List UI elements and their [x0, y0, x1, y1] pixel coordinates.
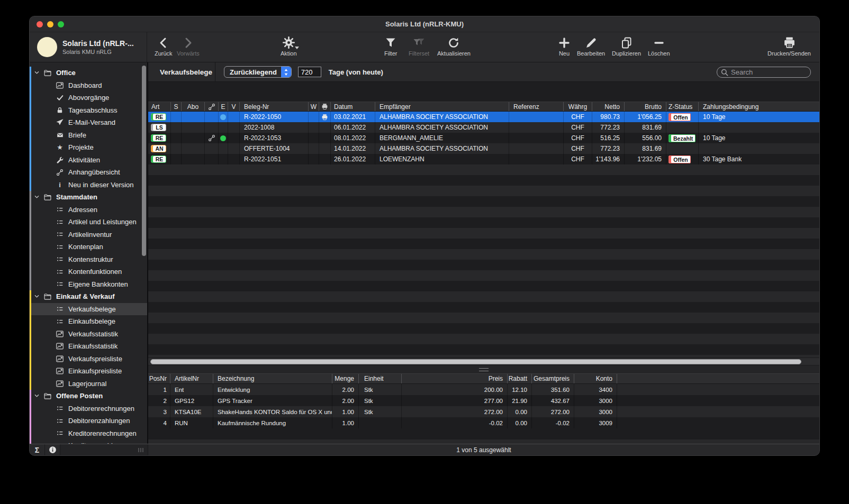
sidebar-item[interactable]: Kreditorenzahlungen [30, 439, 147, 444]
sidebar-item[interactable]: Einkaufsbelege [30, 315, 147, 328]
sidebar-item[interactable]: Aktivitäten [30, 154, 147, 167]
pos-column-header[interactable]: PosNr [148, 374, 170, 383]
doc-column-header[interactable]: Z-Status [666, 102, 699, 111]
range-select[interactable]: Zurückliegend [224, 66, 292, 78]
resize-grip-icon[interactable] [137, 447, 144, 453]
minus-icon [653, 35, 665, 50]
account-subtitle: Solaris KMU nRLG [62, 49, 134, 55]
sidebar-item[interactable]: Einkaufspreisliste [30, 365, 147, 378]
close-button[interactable] [37, 21, 43, 28]
print-send-button[interactable]: Drucken/Senden [767, 35, 811, 57]
sidebar-section-header[interactable]: Office [30, 67, 147, 79]
sidebar-item[interactable]: Tagesabschluss [30, 104, 147, 117]
doc-row[interactable]: RER-2022-105126.01.2022LOEWENZAHNCHF1'14… [148, 154, 819, 164]
sidebar-item[interactable]: iNeu in dieser Version [30, 179, 147, 191]
sidebar-item[interactable]: Artikelinventur [30, 228, 147, 241]
pos-column-header[interactable] [617, 374, 819, 383]
doc-column-header[interactable]: W [309, 102, 319, 111]
doc-column-header[interactable]: Netto [592, 102, 625, 111]
delete-button[interactable]: Löschen [648, 35, 670, 57]
doc-column-header[interactable] [319, 102, 331, 111]
pos-column-header[interactable]: Bezeichnung [213, 374, 332, 383]
sidebar-item[interactable]: Anhangübersicht [30, 166, 147, 179]
filter-button[interactable]: Filter [384, 35, 397, 57]
new-button[interactable]: Neu [558, 35, 571, 57]
sum-button[interactable]: Σ [30, 444, 45, 455]
pos-column-header[interactable]: Konto [574, 374, 617, 383]
doc-column-header[interactable]: Empfänger [375, 102, 509, 111]
sidebar-item[interactable]: Einkaufsstatistik [30, 340, 147, 353]
pos-column-header[interactable]: Gesamtpreis [532, 374, 574, 383]
sidebar-item[interactable]: Dashboard [30, 79, 147, 92]
sidebar-item-label: Projekte [68, 143, 94, 151]
filterset-button[interactable]: Filterset [409, 35, 429, 57]
sidebar-scrollbar[interactable] [142, 66, 146, 256]
sidebar-item[interactable]: Kreditorenrechnungen [30, 427, 147, 440]
pos-column-header[interactable]: Rabatt [508, 374, 532, 383]
doc-row[interactable]: LS2022-100806.01.2022ALHAMBRA SOCIETY AS… [148, 122, 819, 133]
back-button[interactable]: Zurück [155, 35, 173, 57]
doc-row[interactable]: RER-2022-105308.01.2022BERGMANN_AMELIECH… [148, 133, 819, 143]
doc-row[interactable]: ANOFFERTE-100414.01.2022ALHAMBRA SOCIETY… [148, 143, 819, 154]
sidebar-section-header[interactable]: Stammdaten [30, 191, 147, 204]
horizontal-scrollbar[interactable] [148, 358, 819, 365]
action-button[interactable]: Aktion [281, 35, 297, 57]
doc-column-header[interactable] [205, 102, 219, 111]
duplicate-button[interactable]: Duplizieren [612, 35, 641, 57]
sidebar-item[interactable]: Debitorenzahlungen [30, 415, 147, 427]
sidebar-item[interactable]: ★Projekte [30, 141, 147, 154]
sidebar-item[interactable]: Verkaufspreisliste [30, 353, 147, 365]
pos-row[interactable]: 4RUNKaufmännische Rundung1.00-0.020.00-0… [148, 417, 819, 428]
doc-column-header[interactable]: Referenz [509, 102, 564, 111]
refresh-button[interactable]: Aktualisieren [437, 35, 471, 57]
doc-row[interactable]: RER-2022-105003.02.2021ALHAMBRA SOCIETY … [148, 112, 819, 122]
info-button[interactable] [45, 444, 60, 455]
sidebar-item[interactable]: Kontenfunktionen [30, 265, 147, 278]
splitter-handle[interactable] [148, 365, 819, 373]
sidebar-item[interactable]: Eigene Bankkonten [30, 278, 147, 291]
sidebar-item[interactable]: Artikel und Leistungen [30, 216, 147, 228]
doc-column-header[interactable]: Art [148, 102, 171, 111]
sidebar-item[interactable]: Adressen [30, 204, 147, 216]
chart-icon [55, 367, 65, 375]
sidebar-item[interactable]: Kontenstruktur [30, 253, 147, 266]
doc-column-header[interactable]: Währg [564, 102, 592, 111]
pos-row[interactable]: 2GPS12GPS Tracker2.00Stk277.0021.90432.6… [148, 395, 819, 406]
sidebar-item[interactable]: Verkaufsbelege [30, 303, 147, 316]
doc-column-header[interactable]: Brutto [625, 102, 666, 111]
filter-bar: Verkaufsbelege Zurückliegend Tage (von h… [148, 62, 819, 82]
doc-column-header[interactable]: Datum [331, 102, 375, 111]
pos-column-header[interactable]: Einheit [359, 374, 402, 383]
fullscreen-button[interactable] [58, 21, 64, 28]
sidebar-item[interactable]: Lagerjournal [30, 378, 147, 390]
sidebar-item[interactable]: E-Mail-Versand [30, 116, 147, 129]
pos-column-header[interactable]: Menge [332, 374, 359, 383]
sidebar-section-header[interactable]: Einkauf & Verkauf [30, 290, 147, 303]
doc-column-header[interactable]: Abo [182, 102, 205, 111]
sidebar-section-header[interactable]: Offene Posten [30, 390, 147, 402]
sidebar-item[interactable]: Briefe [30, 129, 147, 142]
sidebar-item-label: Kontenplan [68, 243, 103, 251]
pos-column-header[interactable]: ArtikelNr [170, 374, 213, 383]
sidebar-item[interactable]: Debitorenrechnungen [30, 402, 147, 415]
minimize-button[interactable] [47, 21, 53, 28]
sidebar-item[interactable]: Kontenplan [30, 241, 147, 253]
pos-row[interactable]: 1EntEntwicklung2.00Stk200.0012.10351.603… [148, 384, 819, 395]
account-name: Solaris Ltd (nRLR-... [62, 39, 134, 48]
account-header[interactable]: Solaris Ltd (nRLR-... Solaris KMU nRLG [30, 32, 147, 62]
pos-column-header[interactable]: Preis [402, 374, 508, 383]
doc-column-header[interactable]: Zahlungsbedingung [699, 102, 819, 111]
forward-button[interactable]: Vorwärts [177, 35, 200, 57]
edit-button[interactable]: Bearbeiten [577, 35, 605, 57]
doc-column-header[interactable]: E [219, 102, 228, 111]
scrollbar-thumb[interactable] [150, 359, 801, 364]
sidebar-item[interactable]: Verkaufsstatistik [30, 328, 147, 341]
sidebar-item[interactable]: Abovorgänge [30, 91, 147, 104]
doc-column-header[interactable]: S [171, 102, 182, 111]
doc-column-header[interactable]: V [228, 102, 240, 111]
search-input[interactable] [717, 67, 811, 78]
payment-status-badge: Bezahlt [669, 134, 696, 142]
pos-row[interactable]: 3KTSA10EShakeHands KONTOR Saldo für OS X… [148, 406, 819, 417]
doc-column-header[interactable]: Beleg-Nr [240, 102, 309, 111]
days-input[interactable] [298, 67, 321, 77]
